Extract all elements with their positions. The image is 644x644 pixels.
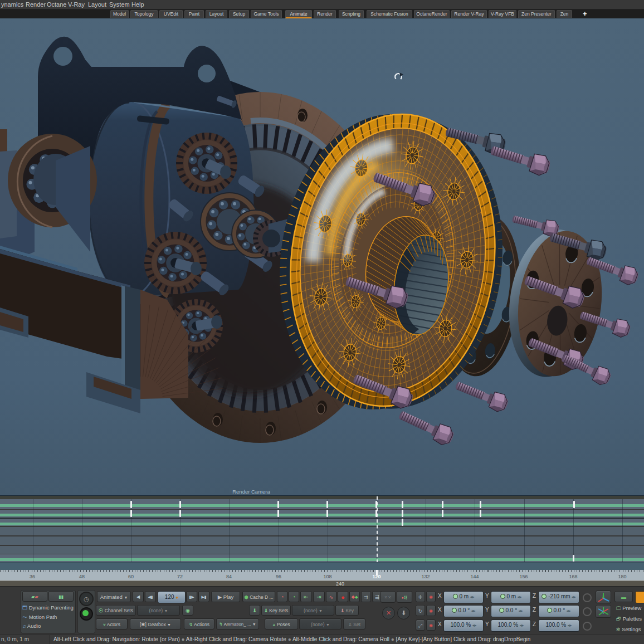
svg-text:Render Camera: Render Camera [232,489,270,495]
